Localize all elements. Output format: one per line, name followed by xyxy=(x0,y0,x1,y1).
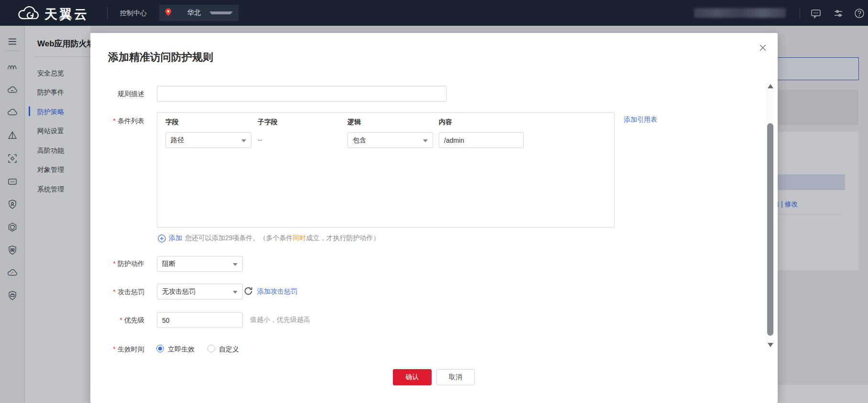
priority-label: 优先级 xyxy=(90,316,144,325)
protect-action-label: 防护动作 xyxy=(90,260,144,268)
help-icon[interactable] xyxy=(854,8,865,19)
add-condition-link[interactable]: 添加 xyxy=(169,234,182,243)
brand-logo[interactable]: 天翼云 xyxy=(16,5,89,24)
col-header-content: 内容 xyxy=(439,118,452,127)
radio-custom[interactable] xyxy=(207,345,215,352)
content-input[interactable] xyxy=(439,132,524,148)
hint-highlight: 同时 xyxy=(293,234,306,242)
brand-name: 天翼云 xyxy=(44,6,89,23)
priority-hint: 值越小，优先级越高 xyxy=(250,316,310,324)
caret-down-icon xyxy=(233,291,238,294)
confirm-button[interactable]: 确认 xyxy=(393,369,432,385)
add-precise-rule-modal: 添加精准访问防护规则 规则描述 条件列表 字段 子字段 逻辑 内容 路径 -- … xyxy=(90,33,778,403)
attack-penalty-select[interactable]: 无攻击惩罚 xyxy=(157,284,243,299)
header-divider-right xyxy=(800,8,800,18)
modal-scrollbar-thumb[interactable] xyxy=(767,123,773,336)
caret-down-icon xyxy=(241,139,246,142)
logic-select-value: 包含 xyxy=(353,136,366,145)
condition-list-label: 条件列表 xyxy=(90,117,144,126)
attack-penalty-label: 攻击惩罚 xyxy=(90,288,144,297)
add-condition-row: 添加 您还可以添加29项条件。（多个条件同时成立，才执行防护动作） xyxy=(158,234,380,243)
protect-action-select[interactable]: 阻断 xyxy=(157,256,243,272)
effective-time-label: 生效时间 xyxy=(90,345,144,354)
priority-input[interactable] xyxy=(157,312,243,328)
caret-down-icon xyxy=(423,139,428,142)
radio-immediate-label[interactable]: 立即生效 xyxy=(168,345,195,354)
attack-penalty-value: 无攻击惩罚 xyxy=(162,287,195,296)
col-header-subfield: 子字段 xyxy=(258,118,278,127)
condition-list-box: 字段 子字段 逻辑 内容 路径 -- 包含 xyxy=(157,112,615,228)
add-reference-table-link[interactable]: 添加引用表 xyxy=(624,116,657,124)
rule-desc-label: 规则描述 xyxy=(90,90,144,98)
close-icon[interactable] xyxy=(759,43,767,52)
settings-sliders-icon[interactable] xyxy=(833,8,844,19)
region-name: 华北 xyxy=(187,9,206,17)
caret-down-icon xyxy=(209,11,233,14)
radio-custom-label[interactable]: 自定义 xyxy=(219,345,239,354)
console-center-link[interactable]: 控制中心 xyxy=(120,0,147,26)
feedback-icon[interactable] xyxy=(810,8,822,19)
field-select-value: 路径 xyxy=(171,136,184,145)
cancel-button[interactable]: 取消 xyxy=(436,369,475,385)
cloud-logo-icon xyxy=(16,5,40,24)
refresh-icon[interactable] xyxy=(243,286,253,298)
header-divider xyxy=(107,7,108,19)
screen: 天翼云 控制中心 华北 xyxy=(0,0,868,403)
scrollbar-down-arrow-icon[interactable] xyxy=(768,343,773,347)
user-account-blurred[interactable] xyxy=(694,8,786,18)
add-condition-hint: 您还可以添加29项条件。（多个条件同时成立，才执行防护动作） xyxy=(185,234,380,243)
top-header-bar: 天翼云 控制中心 华北 xyxy=(0,0,868,26)
rule-desc-input[interactable] xyxy=(157,86,447,102)
plus-circle-icon[interactable] xyxy=(158,234,166,243)
modal-title: 添加精准访问防护规则 xyxy=(108,50,213,64)
subfield-value: -- xyxy=(258,136,262,144)
caret-down-icon xyxy=(233,263,238,266)
protect-action-value: 阻断 xyxy=(162,260,175,268)
location-pin-icon xyxy=(165,8,184,18)
region-selector[interactable]: 华北 xyxy=(159,5,239,21)
logic-select[interactable]: 包含 xyxy=(347,132,433,148)
col-header-logic: 逻辑 xyxy=(347,118,361,127)
add-attack-penalty-link[interactable]: 添加攻击惩罚 xyxy=(257,287,297,296)
scrollbar-up-arrow-icon[interactable] xyxy=(768,84,773,88)
radio-immediate-selected[interactable] xyxy=(156,345,164,352)
field-select[interactable]: 路径 xyxy=(165,132,251,148)
col-header-field: 字段 xyxy=(165,118,179,127)
